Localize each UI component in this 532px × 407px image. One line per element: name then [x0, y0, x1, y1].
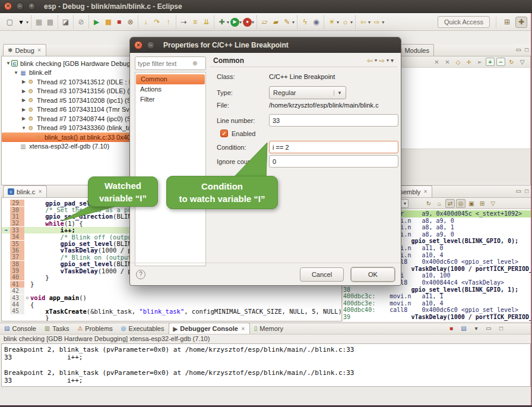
line-number[interactable]: 32 — [10, 220, 24, 226]
debug-perspective-icon[interactable]: ✚ — [515, 17, 527, 28]
editor-line[interactable]: 44{ — [2, 301, 341, 308]
new-wizard-icon[interactable]: ▢ — [5, 17, 15, 27]
maximize-icon[interactable]: □ — [525, 188, 528, 194]
use-step-filters-icon[interactable]: ≡ — [190, 17, 200, 27]
line-number[interactable]: 34 — [10, 234, 24, 240]
line-number[interactable]: 37 — [10, 254, 24, 260]
minimize-icon[interactable]: ▭ — [516, 46, 521, 53]
line-number[interactable]: 35 — [10, 241, 24, 247]
chevron-down-icon[interactable]: ▾ — [375, 58, 377, 63]
breakpoint-gutter[interactable]: → — [2, 227, 10, 233]
line-number[interactable]: 45 — [10, 308, 24, 314]
fold-marker-icon[interactable]: ⊖ — [24, 295, 30, 301]
open-new-view-icon[interactable]: ▣ — [467, 199, 476, 208]
toggle-block-selection-dropdown-icon[interactable]: ▾ — [350, 20, 353, 25]
edit-pencil-dropdown-icon[interactable]: ▾ — [292, 20, 294, 25]
terminate-icon[interactable]: ■ — [114, 17, 124, 27]
home-icon[interactable]: ⌂ — [435, 199, 444, 208]
build-binary-icon[interactable]: ◪ — [61, 17, 71, 27]
track-expression-icon[interactable]: ◎ — [456, 199, 466, 208]
help-icon[interactable]: ? — [136, 270, 145, 279]
maximize-icon[interactable]: □ — [525, 46, 528, 53]
back-arrow-icon[interactable]: ⇦ — [367, 56, 373, 65]
open-perspective-icon[interactable]: ⊞ — [501, 17, 513, 28]
editor-line[interactable]: 45 xTaskCreate(&blink_task, "blink_task"… — [2, 308, 341, 314]
forward-arrow-icon[interactable]: ⇨ — [379, 56, 385, 65]
line-number[interactable]: 36 — [10, 247, 24, 254]
chevron-down-icon[interactable]: ▾ — [404, 201, 406, 206]
save-icon[interactable]: ▦ — [34, 17, 44, 27]
line-number[interactable]: 31 — [10, 213, 24, 220]
close-icon[interactable]: ✕ — [423, 189, 428, 194]
close-icon[interactable]: ✕ — [38, 189, 42, 194]
line-number-input[interactable] — [269, 114, 398, 127]
view-menu-icon[interactable]: ▾ — [391, 57, 394, 64]
tab-debugger-console[interactable]: ▶Debugger Console✕ — [169, 323, 250, 334]
tab-console[interactable]: ▤Console — [0, 323, 40, 334]
skip-all-breakpoints-icon[interactable]: ⊘ — [76, 17, 86, 27]
tree-expander-icon[interactable]: ▶ — [21, 89, 27, 94]
line-number[interactable]: 29 — [10, 200, 24, 206]
editor-line[interactable]: 43⊖void app_main() — [2, 294, 341, 301]
tab-tasks[interactable]: ▥Tasks — [40, 323, 74, 334]
editor-line[interactable]: } — [2, 315, 341, 321]
line-number[interactable]: 38 — [10, 261, 24, 267]
chevron-down-icon[interactable]: ▾ — [387, 58, 389, 63]
refresh-icon[interactable]: ↻ — [507, 58, 516, 66]
disconnect-icon[interactable]: ⊗ — [125, 17, 135, 27]
ignore-count-input[interactable] — [269, 155, 398, 168]
save-all-icon[interactable]: ▩ — [45, 17, 55, 27]
new-dropdown-dropdown-icon[interactable]: ▾ — [26, 20, 28, 25]
dialog-section-common[interactable]: Common — [136, 74, 205, 84]
expand-all-icon[interactable]: + — [486, 58, 495, 66]
tab-problems[interactable]: ⚠Problems — [73, 323, 116, 334]
tree-expander-icon[interactable]: ▶ — [21, 116, 27, 121]
minimize-icon[interactable]: ▭ — [516, 188, 521, 194]
flash-icon[interactable]: ϟ — [300, 17, 310, 27]
run-dropdown-icon[interactable]: ▾ — [239, 20, 242, 25]
toggle-mark-occurrences-icon[interactable]: ☀ — [327, 17, 337, 27]
open-import-icon[interactable]: ▰ — [271, 17, 281, 27]
step-over-icon[interactable]: ↷ — [152, 17, 162, 27]
show-registers-group-icon[interactable]: ◇ — [454, 58, 463, 66]
cancel-button[interactable]: Cancel — [300, 267, 344, 282]
maximize-panel-icon[interactable]: □ — [496, 324, 506, 333]
display-selected-console-icon[interactable]: ▤ — [459, 324, 468, 333]
close-icon[interactable]: ✕ — [37, 48, 42, 53]
team-icon[interactable]: ◉ — [311, 17, 321, 27]
profile-dropdown-icon[interactable]: ▾ — [252, 20, 254, 25]
debug-dropdown-icon[interactable]: ▾ — [227, 20, 229, 25]
condition-input[interactable] — [269, 141, 398, 153]
tree-expander-icon[interactable]: ▼ — [5, 61, 11, 66]
tab-debug[interactable]: ✱ Debug ✕ — [3, 44, 46, 56]
filter-input[interactable] — [138, 60, 192, 67]
back-dropdown-icon[interactable]: ▾ — [368, 20, 370, 25]
view-menu-icon[interactable]: ▽ — [518, 58, 527, 66]
terminate-console-icon[interactable]: ■ — [446, 324, 456, 333]
tree-expander-icon[interactable]: ▶ — [21, 107, 27, 112]
refresh-icon[interactable]: ↻ — [424, 199, 433, 208]
minimize-panel-icon[interactable]: ▭ — [484, 324, 493, 333]
line-number[interactable]: 44 — [10, 301, 24, 308]
collapse-all-icon[interactable]: − — [496, 58, 505, 66]
forward-dropdown-icon[interactable]: ▾ — [382, 20, 384, 25]
toggle-mark-occurrences-dropdown-icon[interactable]: ▾ — [337, 20, 339, 25]
instruction-stepping-icon[interactable]: ⇢ — [179, 17, 189, 27]
ok-button[interactable]: OK — [351, 267, 395, 282]
suspend-icon[interactable]: ▮▮ — [103, 17, 113, 27]
tree-expander-icon[interactable]: ▶ — [21, 79, 27, 84]
dialog-minimize-button[interactable]: − — [147, 41, 155, 49]
profile-icon[interactable]: ● — [243, 18, 252, 27]
step-return-icon[interactable]: ↑ — [163, 17, 173, 27]
remove-selected-icon[interactable]: ✕ — [432, 58, 441, 66]
forward-icon[interactable]: ⇨ — [372, 17, 382, 27]
back-icon[interactable]: ⇦ — [358, 17, 368, 27]
view-menu-icon[interactable]: ▽ — [488, 199, 498, 208]
new-dropdown-icon[interactable]: ▾ — [16, 17, 26, 27]
line-number[interactable]: 39 — [10, 267, 24, 274]
window-minimize-button[interactable]: − — [16, 2, 24, 10]
line-number[interactable]: 41 — [10, 281, 24, 288]
type-select[interactable]: Regular ▼ — [269, 86, 346, 99]
window-close-button[interactable]: ✕ — [4, 2, 12, 10]
tab-executables[interactable]: ◎Executables — [117, 323, 169, 334]
